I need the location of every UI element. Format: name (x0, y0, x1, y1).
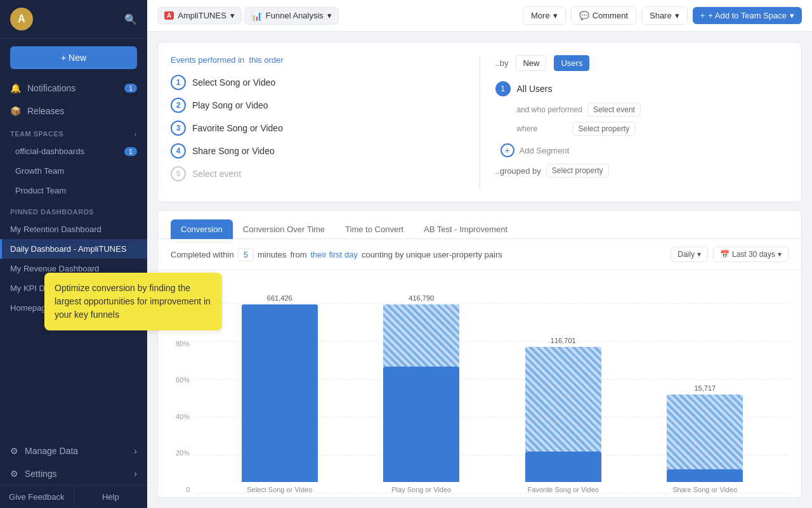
official-dashboards-label: official-dashboards (15, 147, 84, 156)
team-spaces-header[interactable]: TEAM SPACES › (0, 122, 147, 141)
tab-ab-test[interactable]: AB Test - Improvement (414, 219, 518, 239)
funnel-breadcrumb[interactable]: 📊 Funnel Analysis ▾ (244, 7, 339, 25)
bar-group-4: 15,717 Share Song or Video (634, 384, 776, 493)
add-segment-icon[interactable]: + (501, 143, 514, 157)
event-row-4: 4 Share Song or Video (171, 143, 464, 159)
feedback-button[interactable]: Give Feedback (0, 486, 74, 508)
order-link[interactable]: this order (249, 55, 284, 65)
event-num-5: 5 (171, 166, 186, 181)
funnel-config: Events performed in this order 1 Select … (171, 55, 789, 189)
bar-chart: 0 20% 40% 60% 80% 100% (171, 278, 789, 493)
performed-label: and who performed (517, 105, 582, 114)
minutes-label: minutes (258, 250, 287, 259)
more-label: More (531, 11, 550, 20)
sidebar-item-growth-team[interactable]: Growth Team (0, 161, 147, 181)
performed-row: and who performed Select event (517, 103, 789, 117)
sidebar-item-daily[interactable]: Daily Dashboard - AmpliTUNES (0, 239, 147, 259)
new-segment-btn[interactable]: New (516, 55, 546, 71)
help-button[interactable]: Help (74, 486, 148, 508)
event-name-5[interactable]: Select event (192, 169, 241, 179)
y-label-20: 20% (171, 449, 190, 457)
granularity-btn[interactable]: Daily ▾ (671, 247, 708, 262)
settings-icon: ⚙ (10, 469, 18, 479)
minutes-value[interactable]: 5 (238, 248, 254, 261)
funnel-name: Funnel Analysis (266, 11, 324, 20)
granularity-chevron: ▾ (697, 250, 701, 259)
gear-icon: ⚙ (10, 446, 18, 456)
sidebar-item-retention[interactable]: My Retention Dashboard (0, 219, 147, 239)
manage-data-label: Manage Data (25, 446, 78, 456)
tab-time-to-convert[interactable]: Time to Convert (335, 219, 414, 239)
funnel-segments: ..by New Users 1 All Users and who perfo… (480, 55, 789, 189)
date-range-btn[interactable]: 📅 Last 30 days ▾ (713, 247, 789, 262)
share-button[interactable]: Share ▾ (641, 6, 688, 25)
app-chevron: ▾ (230, 11, 235, 20)
pinned-dashboards-header: PINNED DASHBOARDS (0, 200, 147, 219)
breadcrumb: A AmpliTUNES ▾ 📊 Funnel Analysis ▾ (157, 7, 339, 25)
date-range-label: Last 30 days (732, 250, 775, 259)
sidebar-item-settings[interactable]: ⚙ Settings › (0, 462, 147, 485)
sidebar-item-manage-data[interactable]: ⚙ Manage Data › (0, 440, 147, 462)
sidebar: A 🔍 + New 🔔 Notifications 1 📦 Releases T… (0, 0, 147, 508)
bars-container: 661,426 Select Song or Video 416,790 (196, 303, 789, 493)
completed-within: Completed within 5 minutes from their fi… (171, 248, 502, 261)
event-num-2: 2 (171, 98, 186, 113)
bar-wrapper-1 (242, 304, 318, 482)
chart-card: Conversion Conversion Over Time Time to … (157, 210, 802, 498)
feedback-row: Give Feedback Help (0, 485, 147, 508)
bar-group-2: 416,790 Play Song or Video (351, 294, 493, 493)
settings-chevron: › (134, 469, 137, 479)
funnel-config-card: Events performed in this order 1 Select … (157, 42, 802, 202)
bar-value-1: 661,426 (267, 294, 292, 302)
official-dashboards-badge: 1 (124, 147, 137, 156)
more-chevron: ▾ (553, 11, 558, 20)
app-icon: A (164, 11, 174, 20)
add-segment-label: Add Segment (520, 146, 570, 155)
bar-xlabel-1: Select Song or Video (247, 486, 312, 493)
funnel-icon: 📊 (251, 11, 262, 21)
sidebar-item-product-team[interactable]: Product Team (0, 181, 147, 200)
bar-wrapper-4 (667, 394, 743, 482)
bell-icon: 🔔 (10, 83, 21, 93)
settings-label: Settings (25, 469, 57, 479)
sidebar-item-notifications[interactable]: 🔔 Notifications 1 (0, 77, 147, 100)
more-button[interactable]: More ▾ (523, 6, 566, 25)
y-label-40: 40% (171, 413, 190, 420)
add-team-chevron: ▾ (790, 11, 794, 20)
chart-controls: Daily ▾ 📅 Last 30 days ▾ (671, 247, 789, 262)
comment-icon: 💬 (579, 11, 589, 20)
event-row-2: 2 Play Song or Video (171, 98, 464, 113)
tab-conversion[interactable]: Conversion (171, 219, 233, 239)
bar-group-3: 116,701 Favorite Song or Video (492, 337, 634, 493)
main-content: A AmpliTUNES ▾ 📊 Funnel Analysis ▾ More … (147, 0, 812, 508)
comment-button[interactable]: 💬 Comment (571, 6, 636, 25)
tooltip: Optimize conversion by finding the large… (44, 273, 222, 330)
app-breadcrumb[interactable]: A AmpliTUNES ▾ (157, 7, 242, 24)
tab-conversion-over-time[interactable]: Conversion Over Time (233, 219, 335, 239)
bar-value-2: 416,790 (409, 294, 434, 302)
sidebar-item-official-dashboards[interactable]: official-dashboards 1 (0, 141, 147, 161)
sidebar-header: A 🔍 (0, 0, 147, 39)
by-label: ..by (495, 58, 509, 68)
app-logo[interactable]: A (10, 8, 33, 30)
segment-num: 1 (495, 81, 511, 96)
y-label-80: 80% (171, 340, 190, 348)
notifications-badge: 1 (124, 84, 137, 93)
add-team-space-button[interactable]: + + Add to Team Space ▾ (693, 7, 802, 24)
funnel-events: Events performed in this order 1 Select … (171, 55, 480, 189)
sidebar-item-releases[interactable]: 📦 Releases (0, 100, 147, 122)
new-button[interactable]: + New (10, 46, 137, 69)
select-event-btn[interactable]: Select event (587, 103, 641, 117)
bar-xlabel-4: Share Song or Video (672, 486, 737, 493)
share-label: Share (650, 11, 672, 20)
releases-icon: 📦 (10, 106, 21, 116)
users-segment-btn[interactable]: Users (554, 55, 589, 71)
first-day-link[interactable]: their first day (310, 250, 357, 259)
app-name: AmpliTUNES (178, 11, 226, 20)
chart-inner: 661,426 Select Song or Video 416,790 (196, 303, 789, 493)
search-icon[interactable]: 🔍 (124, 13, 137, 25)
select-property-btn[interactable]: Select property (573, 122, 636, 136)
y-axis: 0 20% 40% 60% 80% 100% (171, 303, 196, 493)
grouped-property-btn[interactable]: Select property (546, 164, 609, 178)
add-segment-row[interactable]: + Add Segment (495, 143, 789, 157)
